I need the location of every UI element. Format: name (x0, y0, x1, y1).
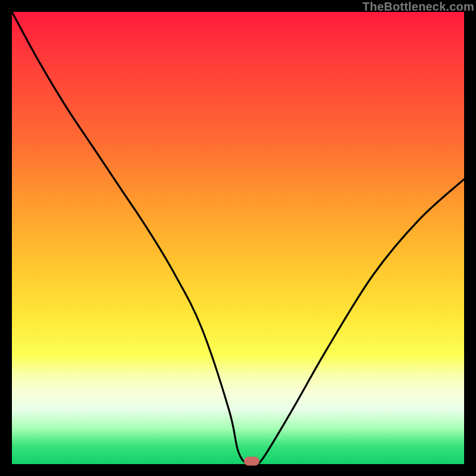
watermark-text: TheBottleneck.com (362, 0, 474, 14)
chart-frame: TheBottleneck.com (0, 0, 476, 476)
bottleneck-curve (12, 12, 464, 464)
optimal-point-marker (244, 457, 259, 466)
plot-area (12, 12, 464, 464)
